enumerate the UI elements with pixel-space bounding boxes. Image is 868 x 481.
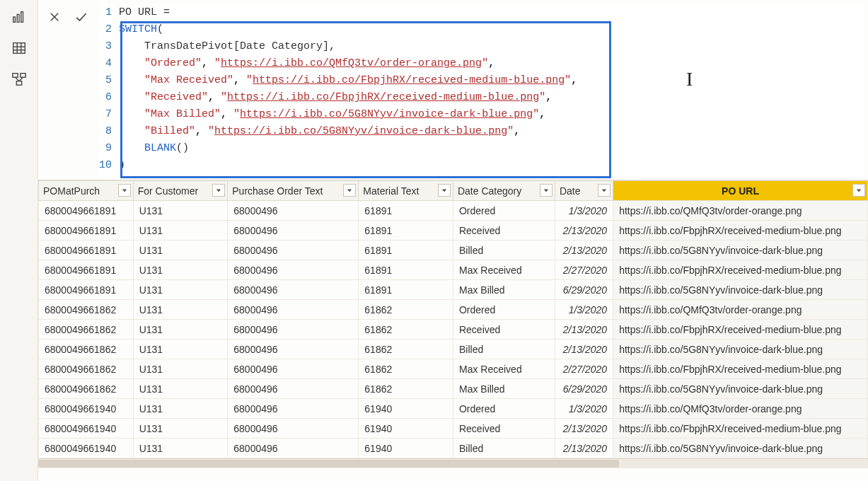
column-header[interactable]: Material Text (359, 181, 453, 201)
cell[interactable]: 2/13/2020 (555, 240, 613, 260)
filter-dropdown-button[interactable] (343, 184, 356, 197)
cell[interactable]: 2/13/2020 (555, 439, 613, 458)
filter-dropdown-button[interactable] (118, 184, 131, 197)
cell[interactable]: https://i.ibb.co/5G8NYyv/invoice-dark-bl… (613, 280, 868, 300)
cell[interactable]: https://i.ibb.co/5G8NYyv/invoice-dark-bl… (613, 340, 868, 359)
code-line[interactable]: 2SWITCH( (99, 21, 858, 38)
cell[interactable]: Max Billed (453, 379, 555, 399)
cell[interactable]: https://i.ibb.co/FbpjhRX/received-medium… (613, 320, 868, 340)
cell[interactable]: 61891 (359, 280, 453, 300)
code-text[interactable]: ) (119, 157, 125, 174)
cell[interactable]: 61862 (359, 379, 453, 399)
code-text[interactable]: BLANK() (119, 140, 189, 157)
code-line[interactable]: 9 BLANK() (99, 140, 858, 157)
cell[interactable]: 68000496 (228, 379, 359, 399)
cell[interactable]: Ordered (453, 300, 555, 320)
cell[interactable]: U131 (133, 260, 228, 280)
cell[interactable]: 68000496 (228, 340, 359, 359)
cell[interactable]: U131 (133, 439, 228, 458)
filter-dropdown-button[interactable] (540, 184, 552, 197)
code-text[interactable]: TransDatePivot[Date Category], (119, 38, 335, 55)
cell[interactable]: https://i.ibb.co/5G8NYyv/invoice-dark-bl… (613, 240, 868, 260)
cancel-button[interactable] (44, 6, 65, 28)
cell[interactable]: 6800049661940 (39, 439, 134, 458)
cell[interactable]: U131 (133, 221, 228, 240)
table-row[interactable]: 6800049661940U1316800049661940Received2/… (39, 419, 868, 439)
code-line[interactable]: 4 "Ordered", "https://i.ibb.co/QMfQ3tv/o… (99, 55, 858, 72)
horizontal-scrollbar[interactable] (38, 458, 868, 468)
column-header[interactable]: PO URL (613, 181, 868, 201)
cell[interactable]: 68000496 (228, 300, 359, 320)
cell[interactable]: 61940 (359, 419, 453, 439)
cell[interactable]: 6800049661862 (39, 340, 134, 359)
cell[interactable]: 6/29/2020 (555, 379, 613, 399)
cell[interactable]: 68000496 (228, 399, 359, 419)
cell[interactable]: 61862 (359, 300, 453, 320)
cell[interactable]: 2/27/2020 (555, 260, 613, 280)
cell[interactable]: U131 (133, 240, 228, 260)
code-text[interactable]: "Received", "https://i.ibb.co/FbpjhRX/re… (119, 89, 552, 106)
cell[interactable]: U131 (133, 320, 228, 340)
code-line[interactable]: 10) (99, 157, 858, 174)
table-row[interactable]: 6800049661891U1316800049661891Max Billed… (39, 280, 868, 300)
cell[interactable]: 61940 (359, 439, 453, 458)
cell[interactable]: U131 (133, 201, 228, 221)
data-grid[interactable]: POMatPurchFor CustomerPurchase Order Tex… (38, 180, 868, 458)
cell[interactable]: Billed (453, 340, 555, 359)
report-view-icon[interactable] (11, 8, 28, 25)
code-text[interactable]: PO URL = (119, 4, 176, 21)
table-row[interactable]: 6800049661862U1316800049661862Ordered1/3… (39, 300, 868, 320)
cell[interactable]: 61891 (359, 260, 453, 280)
cell[interactable]: 68000496 (228, 419, 359, 439)
cell[interactable]: 2/27/2020 (555, 359, 613, 379)
column-header[interactable]: Date (555, 181, 613, 201)
cell[interactable]: https://i.ibb.co/FbpjhRX/received-medium… (613, 359, 868, 379)
cell[interactable]: 1/3/2020 (555, 201, 613, 221)
filter-dropdown-button[interactable] (438, 184, 451, 197)
cell[interactable]: Ordered (453, 399, 555, 419)
code-line[interactable]: 6 "Received", "https://i.ibb.co/FbpjhRX/… (99, 89, 858, 106)
cell[interactable]: U131 (133, 359, 228, 379)
cell[interactable]: 1/3/2020 (555, 399, 613, 419)
code-line[interactable]: 8 "Billed", "https://i.ibb.co/5G8NYyv/in… (99, 123, 858, 140)
cell[interactable]: https://i.ibb.co/5G8NYyv/invoice-dark-bl… (613, 439, 868, 458)
cell[interactable]: 61891 (359, 240, 453, 260)
cell[interactable]: Received (453, 320, 555, 340)
table-row[interactable]: 6800049661862U1316800049661862Billed2/13… (39, 340, 868, 359)
code-line[interactable]: 3 TransDatePivot[Date Category], (99, 38, 858, 55)
scrollbar-thumb[interactable] (38, 460, 619, 468)
cell[interactable]: 61891 (359, 221, 453, 240)
data-view-icon[interactable] (11, 40, 28, 57)
code-line[interactable]: 1PO URL = (99, 4, 858, 21)
cell[interactable]: https://i.ibb.co/FbpjhRX/received-medium… (613, 221, 868, 240)
cell[interactable]: U131 (133, 300, 228, 320)
cell[interactable]: 68000496 (228, 221, 359, 240)
code-line[interactable]: 7 "Max Billed", "https://i.ibb.co/5G8NYy… (99, 106, 858, 123)
cell[interactable]: Billed (453, 439, 555, 458)
column-header[interactable]: For Customer (133, 181, 228, 201)
cell[interactable]: 6800049661891 (39, 240, 134, 260)
table-row[interactable]: 6800049661940U1316800049661940Ordered1/3… (39, 399, 868, 419)
cell[interactable]: 6800049661891 (39, 260, 134, 280)
table-row[interactable]: 6800049661862U1316800049661862Received2/… (39, 320, 868, 340)
table-row[interactable]: 6800049661862U1316800049661862Max Billed… (39, 379, 868, 399)
code-text[interactable]: "Max Billed", "https://i.ibb.co/5G8NYyv/… (119, 106, 545, 123)
cell[interactable]: 6800049661940 (39, 419, 134, 439)
cell[interactable]: 2/13/2020 (555, 419, 613, 439)
cell[interactable]: 61862 (359, 340, 453, 359)
cell[interactable]: 6800049661891 (39, 201, 134, 221)
cell[interactable]: 6800049661862 (39, 379, 134, 399)
cell[interactable]: 61862 (359, 359, 453, 379)
code-line[interactable]: 5 "Max Received", "https://i.ibb.co/Fbpj… (99, 72, 858, 89)
table-row[interactable]: 6800049661862U1316800049661862Max Receiv… (39, 359, 868, 379)
code-text[interactable]: "Billed", "https://i.ibb.co/5G8NYyv/invo… (119, 123, 520, 140)
cell[interactable]: 6800049661940 (39, 399, 134, 419)
code-text[interactable]: "Ordered", "https://i.ibb.co/QMfQ3tv/ord… (119, 55, 494, 72)
cell[interactable]: https://i.ibb.co/FbpjhRX/received-medium… (613, 419, 868, 439)
cell[interactable]: 61862 (359, 320, 453, 340)
cell[interactable]: 68000496 (228, 201, 359, 221)
column-header[interactable]: Purchase Order Text (228, 181, 359, 201)
cell[interactable]: 2/13/2020 (555, 340, 613, 359)
cell[interactable]: U131 (133, 399, 228, 419)
cell[interactable]: Ordered (453, 201, 555, 221)
